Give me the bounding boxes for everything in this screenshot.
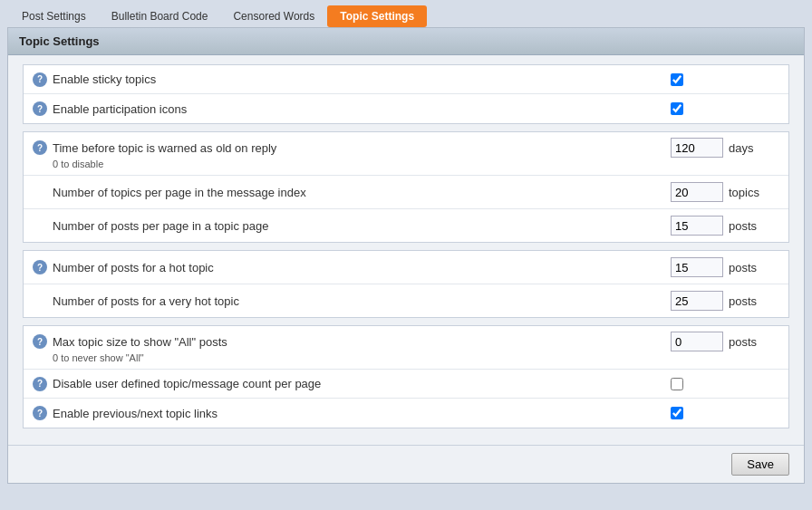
control-posts-per-page: posts [671,216,779,236]
help-icon-max-topic[interactable]: ? [33,334,47,349]
row-time-warned-top: ? Time before topic is warned as old on … [33,138,779,158]
control-enable-sticky-topics [671,73,779,86]
label-time-before-warned: Time before topic is warned as old on re… [53,141,671,155]
help-icon-disable-user[interactable]: ? [33,377,47,391]
control-max-topic-size: posts [671,332,779,351]
row-disable-user-defined: ? Disable user defined topic/message cou… [24,370,788,399]
control-time-before-warned: days [671,138,779,158]
section-heading: Topic Settings [8,28,804,55]
tab-post-settings[interactable]: Post Settings [9,5,99,27]
main-content: Topic Settings ? Enable sticky topics ? … [7,27,805,484]
input-posts-hot-topic[interactable] [671,257,723,277]
control-enable-participation-icons [671,102,779,115]
label-posts-hot-topic: Number of posts for a hot topic [53,261,671,274]
input-max-topic-size[interactable] [671,332,723,351]
control-enable-prev-next [671,407,779,419]
label-enable-prev-next: Enable previous/next topic links [53,407,671,420]
control-topics-per-page: topics [671,182,779,202]
help-icon-prev-next[interactable]: ? [33,406,47,420]
label-topics-per-page: Number of topics per page in the message… [33,186,671,199]
row-enable-sticky-topics: ? Enable sticky topics [24,65,788,94]
section-title: Topic Settings [19,34,100,48]
tab-censored-words[interactable]: Censored Words [220,5,327,27]
control-posts-hot-topic: posts [671,257,779,277]
row-posts-very-hot-topic: Number of posts for a very hot topic pos… [24,284,788,317]
group-basic: ? Enable sticky topics ? Enable particip… [23,64,789,124]
row-max-topic-size-top: ? Max topic size to show "All" posts pos… [33,332,779,351]
row-time-before-warned: ? Time before topic is warned as old on … [24,132,788,176]
row-topics-per-page: Number of topics per page in the message… [24,176,788,209]
row-posts-per-page: Number of posts per page in a topic page… [24,209,788,242]
unit-hot-posts: posts [729,261,757,274]
input-posts-per-page[interactable] [671,216,723,236]
checkbox-enable-sticky-topics[interactable] [671,73,683,86]
input-topics-per-page[interactable] [671,182,723,202]
settings-body: ? Enable sticky topics ? Enable particip… [8,55,804,445]
label-enable-participation-icons: Enable participation icons [53,102,671,116]
checkbox-enable-prev-next[interactable] [671,407,683,419]
input-posts-very-hot-topic[interactable] [671,291,723,311]
group-pagination: ? Time before topic is warned as old on … [23,131,789,243]
label-disable-user-defined: Disable user defined topic/message count… [53,377,671,390]
label-posts-per-page: Number of posts per page in a topic page [33,219,671,233]
group-hot-topic: ? Number of posts for a hot topic posts … [23,250,789,318]
control-disable-user-defined [671,378,779,390]
checkbox-enable-participation-icons[interactable] [671,102,683,115]
subtext-max-topic: 0 to never show "All" [33,352,144,363]
label-posts-very-hot-topic: Number of posts for a very hot topic [33,294,671,308]
row-enable-prev-next: ? Enable previous/next topic links [24,399,788,428]
settings-footer: Save [8,445,804,483]
tab-bar: Post Settings Bulletin Board Code Censor… [0,0,812,27]
subtext-time-warned: 0 to disable [33,159,103,169]
group-misc: ? Max topic size to show "All" posts pos… [23,325,789,428]
unit-days: days [729,141,753,155]
control-posts-very-hot-topic: posts [671,291,779,311]
help-icon-participation[interactable]: ? [33,101,47,116]
row-posts-hot-topic: ? Number of posts for a hot topic posts [24,251,788,284]
help-icon-time-warned[interactable]: ? [33,140,47,155]
tab-topic-settings[interactable]: Topic Settings [327,5,427,27]
unit-posts-per-page: posts [729,219,757,233]
checkbox-disable-user-defined[interactable] [671,378,683,390]
tab-bulletin-board-code[interactable]: Bulletin Board Code [99,5,221,27]
input-time-before-warned[interactable] [671,138,723,158]
help-icon-sticky[interactable]: ? [33,72,47,87]
unit-max-posts: posts [729,335,757,349]
save-button[interactable]: Save [731,453,789,476]
help-icon-hot-topic[interactable]: ? [33,260,47,274]
label-enable-sticky-topics: Enable sticky topics [53,72,671,86]
row-max-topic-size: ? Max topic size to show "All" posts pos… [24,326,788,370]
row-enable-participation-icons: ? Enable participation icons [24,94,788,123]
label-max-topic-size: Max topic size to show "All" posts [53,335,671,349]
unit-topics: topics [729,186,759,199]
unit-very-hot-posts: posts [729,294,757,308]
